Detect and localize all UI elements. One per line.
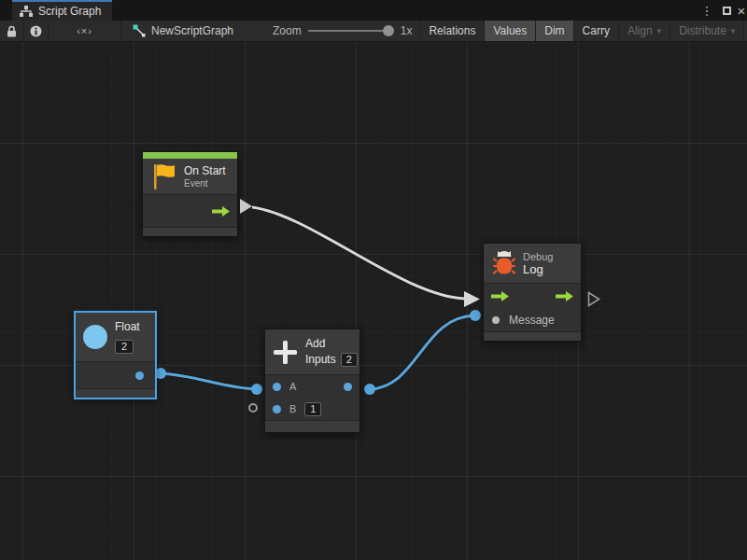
node-on-start[interactable]: On Start Event (142, 151, 238, 237)
bug-icon (493, 249, 515, 277)
graph-hierarchy-icon (20, 6, 33, 18)
dim-button[interactable]: Dim (536, 21, 573, 41)
value-output-port[interactable] (135, 371, 144, 380)
chevron-down-icon: ▾ (731, 26, 736, 35)
float-type-icon (83, 325, 107, 349)
distribute-button[interactable]: Distribute▾ (670, 21, 744, 41)
wire-endpoint-dot[interactable] (251, 384, 262, 395)
info-icon[interactable] (24, 21, 49, 41)
relations-button[interactable]: Relations (420, 21, 485, 41)
lock-icon[interactable] (0, 21, 24, 41)
window-menu-icon[interactable]: ⋮ (699, 0, 714, 21)
node-footer (265, 420, 359, 432)
wires-layer (0, 42, 747, 560)
carry-button[interactable]: Carry (574, 21, 619, 41)
event-color-bar (143, 152, 237, 159)
node-footer (76, 388, 155, 398)
node-title: Log (523, 262, 553, 276)
input-port-b[interactable] (273, 405, 281, 413)
wire-flow-arrowhead-icon (464, 291, 480, 307)
sum-output-port[interactable] (344, 383, 352, 391)
node-category: Debug (523, 251, 553, 262)
node-add[interactable]: Add Inputs 2 A B 1 (264, 329, 360, 433)
port-b-value-input[interactable]: 1 (304, 402, 321, 416)
port-a-label: A (289, 381, 296, 392)
unconnected-flow-triangle-icon[interactable] (587, 291, 600, 311)
node-title: Float (115, 320, 140, 334)
port-b-label: B (289, 403, 296, 414)
maximize-icon[interactable] (718, 0, 735, 21)
zoom-value: 1x (401, 24, 413, 37)
inputs-count-stepper[interactable]: 2 (341, 353, 358, 367)
values-button[interactable]: Values (485, 21, 536, 41)
tab-bar: Script Graph ⋮ × (0, 0, 747, 21)
zoom-slider-track[interactable] (308, 30, 387, 32)
message-input-port[interactable] (492, 316, 500, 324)
float-value-input[interactable]: 2 (115, 340, 134, 354)
flow-input-port[interactable] (491, 291, 509, 301)
graph-name-label: NewScriptGraph (151, 24, 233, 37)
align-button[interactable]: Align▾ (619, 21, 670, 41)
wire-endpoint-dot[interactable] (470, 310, 481, 321)
zoom-slider[interactable] (308, 24, 394, 37)
input-port-a[interactable] (273, 383, 281, 391)
node-footer (484, 331, 581, 341)
chevron-down-icon: ▾ (657, 26, 662, 35)
node-float[interactable]: Float 2 (75, 312, 156, 399)
close-icon[interactable]: × (735, 0, 747, 21)
graph-asset-icon (133, 24, 146, 37)
zoom-label: Zoom (273, 24, 302, 37)
graph-name[interactable]: NewScriptGraph (121, 21, 245, 41)
node-subtitle: Event (184, 178, 226, 189)
graph-toolbar: ‹×› NewScriptGraph Zoom 1x Relations Val… (0, 21, 747, 42)
tab-label: Script Graph (38, 5, 101, 18)
node-debug-log[interactable]: Debug Log (483, 243, 582, 342)
zoom-control: Zoom 1x (245, 21, 420, 41)
plus-icon (273, 340, 298, 365)
node-footer (143, 227, 237, 236)
unconnected-port-circle-icon[interactable] (248, 403, 258, 413)
message-port-label: Message (509, 314, 555, 327)
node-title: On Start (184, 164, 226, 178)
flow-output-port[interactable] (212, 206, 230, 217)
code-view-icon[interactable]: ‹×› (49, 21, 121, 41)
wire-value-float-to-add-a[interactable] (161, 373, 257, 389)
flow-output-port[interactable] (556, 291, 573, 301)
wire-endpoint-dot[interactable] (364, 384, 375, 395)
wire-endpoint-dot[interactable] (155, 368, 166, 379)
flag-icon (150, 162, 176, 190)
graph-canvas[interactable]: On Start Event (0, 42, 747, 560)
flow-connector-triangle-icon[interactable] (240, 199, 252, 214)
node-subtitle: Inputs (305, 353, 336, 367)
tab-script-graph[interactable]: Script Graph (12, 0, 112, 21)
zoom-slider-handle[interactable] (383, 25, 394, 36)
script-graph-window: Script Graph ⋮ × ‹×› (0, 0, 747, 560)
node-title: Add (305, 337, 358, 351)
